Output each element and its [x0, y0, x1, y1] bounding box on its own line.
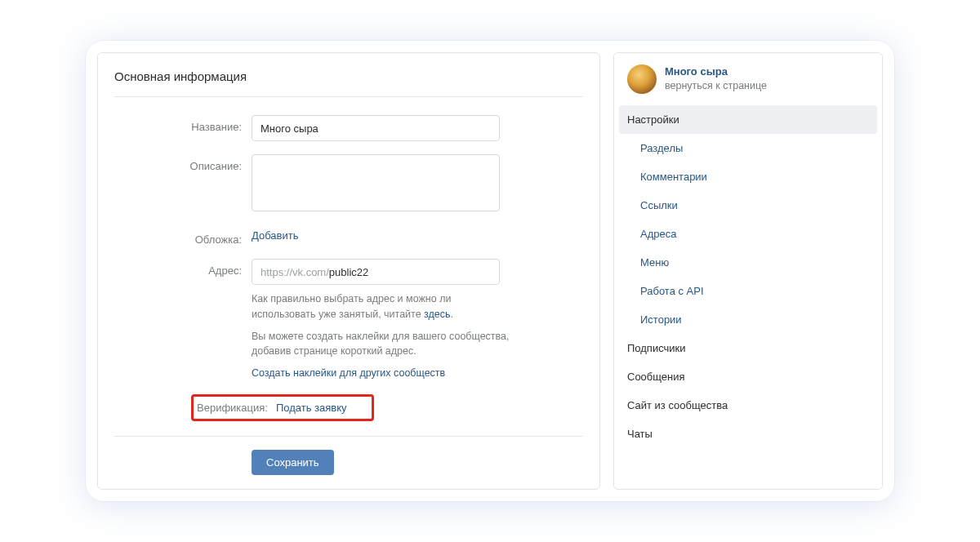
row-name: Название:	[114, 115, 583, 141]
app-window: Основная информация Название: Описание: …	[86, 41, 894, 501]
divider	[114, 96, 583, 97]
community-name: Много сыра	[665, 65, 767, 79]
row-description: Описание:	[114, 154, 583, 215]
description-textarea[interactable]	[252, 154, 500, 211]
submit-verification-link[interactable]: Подать заявку	[276, 402, 347, 414]
address-input[interactable]	[329, 266, 491, 278]
save-row: Сохранить	[114, 450, 583, 475]
row-address: Адрес: https://vk.com/ Как правильно выб…	[114, 259, 583, 381]
sidebar-nav: НастройкиРазделыКомментарииСсылкиАдресаМ…	[614, 102, 882, 455]
main-settings-card: Основная информация Название: Описание: …	[97, 52, 600, 490]
sidebar-item-4[interactable]: Адреса	[619, 220, 877, 248]
sidebar-item-3[interactable]: Ссылки	[619, 191, 877, 220]
sidebar-item-5[interactable]: Меню	[619, 248, 877, 277]
sidebar-item-6[interactable]: Работа с API	[619, 277, 877, 305]
return-to-page-link[interactable]: вернуться к странице	[665, 79, 767, 92]
sidebar-item-7[interactable]: Истории	[619, 305, 877, 334]
label-address: Адрес:	[114, 259, 252, 277]
card-title: Основная информация	[114, 69, 583, 83]
address-help-1: Как правильно выбрать адрес и можно ли и…	[252, 291, 513, 322]
sidebar-item-8[interactable]: Подписчики	[619, 334, 877, 362]
sidebar-item-10[interactable]: Сайт из сообщества	[619, 391, 877, 420]
create-stickers-link[interactable]: Создать наклейки для других сообществ	[252, 367, 445, 379]
row-verification: Верификация: Подать заявку	[196, 394, 583, 421]
address-input-wrap[interactable]: https://vk.com/	[252, 259, 500, 285]
name-input[interactable]	[252, 115, 500, 141]
address-help-1b: .	[451, 309, 453, 320]
verification-highlight: Верификация: Подать заявку	[191, 394, 374, 421]
sidebar-card: Много сыра вернуться к странице Настройк…	[613, 52, 883, 490]
add-cover-link[interactable]: Добавить	[252, 229, 298, 242]
label-verification: Верификация:	[197, 402, 268, 414]
label-description: Описание:	[114, 154, 252, 172]
sidebar-item-1[interactable]: Разделы	[619, 134, 877, 162]
address-prefix: https://vk.com/	[261, 266, 329, 278]
address-help-1a: Как правильно выбрать адрес и можно ли и…	[252, 293, 451, 320]
sidebar-header[interactable]: Много сыра вернуться к странице	[614, 53, 882, 102]
address-help-link-here[interactable]: здесь	[424, 309, 450, 320]
community-avatar	[627, 64, 657, 94]
sidebar-item-11[interactable]: Чаты	[619, 420, 877, 448]
sidebar-item-0[interactable]: Настройки	[619, 105, 877, 134]
address-help-2: Вы можете создать наклейки для вашего со…	[252, 329, 513, 360]
divider-bottom	[114, 436, 583, 437]
row-cover: Обложка: Добавить	[114, 228, 583, 246]
sidebar-item-2[interactable]: Комментарии	[619, 162, 877, 191]
sidebar-item-9[interactable]: Сообщения	[619, 362, 877, 391]
save-button[interactable]: Сохранить	[252, 450, 334, 475]
label-cover: Обложка:	[114, 228, 252, 246]
label-name: Название:	[114, 115, 252, 133]
